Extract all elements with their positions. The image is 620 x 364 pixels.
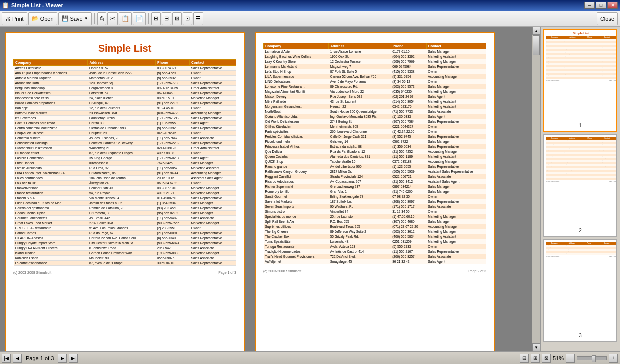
table-row: VaffeljernetSmagsløget 4586 21 32 43Sale… — [264, 259, 486, 264]
page-1-table: Company Address Phone Contact Alfreds Fu… — [14, 59, 236, 266]
sep2 — [148, 13, 149, 24]
table-row: Trail's Head Gourmet Provisioners722 DaV… — [264, 254, 486, 259]
table-row: Godos Cocina TípicaC/ Romero, 33(95) 555… — [14, 211, 236, 216]
close-button[interactable]: ✕ — [608, 2, 618, 9]
table-row: The Big Cheese89 Jefferson Way Suite 2(5… — [264, 229, 486, 234]
table-row: Centro comercial MoctezumaSierras de Gra… — [14, 126, 236, 131]
scroll-thumb[interactable] — [533, 35, 540, 55]
toolbar-btn-11[interactable]: ☰ — [194, 12, 204, 25]
toolbar-btn-6[interactable]: 📄 — [133, 12, 146, 25]
toolbar-btn-7[interactable]: ⊞ — [152, 12, 161, 25]
table-row: Princessa Isabel VinhosEstrada da adição… — [264, 144, 486, 149]
close-report-label: Close — [600, 16, 614, 22]
toolbar-btn-4[interactable]: ✂ — [108, 12, 118, 25]
vertical-scrollbar[interactable]: ▲ ▼ — [532, 27, 540, 351]
page-1: Simple List Company Address Phone Contac… — [5, 32, 245, 351]
minimize-button[interactable]: ─ — [584, 2, 595, 9]
layout-btn-2[interactable]: ⊞ — [531, 354, 540, 363]
table-row: Piccolo und mehrGeislweg 146562-9722Sale… — [264, 139, 486, 144]
table-row: Richter SupermarktGrenzachenweg 2370897-… — [264, 184, 486, 189]
table-row: GROSELLA-Restaurante5ª Ave. Los Palos Gr… — [14, 226, 236, 231]
table-row: LILA-SupermercadoCarrera 52 con Ave. Bol… — [264, 74, 486, 79]
table-row: Bottom-Dollar Markets23 Tsawassen Blvd.(… — [14, 111, 236, 116]
scroll-down-btn[interactable]: ▼ — [532, 343, 540, 351]
table-row: QUICK-StopTaucherstraße 100372-035188Acc… — [264, 159, 486, 164]
last-page-btn[interactable]: ▶| — [69, 354, 78, 363]
table-row: Hungry Owl All-Night Grocers8 Johnstown … — [14, 246, 236, 251]
maximize-button[interactable]: □ — [596, 2, 606, 9]
table-row: Hanari CarnesRua do Paço, 67(21) 555-009… — [14, 231, 236, 236]
table-row: Great Lakes Food Market2732 Baker Blvd.(… — [14, 221, 236, 226]
table-row: Ricardo AdocicadosAv. Copacabana, 267(21… — [264, 179, 486, 184]
save-dropdown-icon: ▼ — [84, 16, 88, 21]
zoom-slider-thumb[interactable] — [592, 355, 596, 362]
next-page-btn[interactable]: ▶ — [58, 354, 67, 363]
table-row: Seven Seas Imports90 Wadhurst Rd.(171) 5… — [264, 204, 486, 209]
thumbnail-1[interactable]: Simple List CompanyAddressPhoneContact A… — [544, 29, 618, 132]
table-row: Ana Trujillo Emparedados y heladosAvda. … — [14, 71, 236, 76]
table-row: Toms SpezialitätenLuisenstr. 480251-0312… — [264, 239, 486, 244]
open-icon: 📂 — [32, 15, 39, 22]
table-row: Tortuga RestauranteAvda. Azteca 123(5) 5… — [264, 244, 486, 249]
layout-btn-3[interactable]: ⊠ — [542, 354, 551, 363]
page-2-table: Company Address Phone Contact La maison … — [264, 43, 486, 264]
table-row: Magazzini Alimentari RiunitiVia Ludovico… — [264, 89, 486, 94]
table-row: Antonio Moreno TaqueríaMataderos 2312(5)… — [14, 76, 236, 81]
table-row: Familia ArquibaldoRua Orós, 92(11) 555-9… — [14, 166, 236, 171]
prev-page-btn[interactable]: ◀ — [13, 354, 22, 363]
table-row: Ernst HandelKirchgasse 67675-3425Sales M… — [14, 161, 236, 166]
toolbar-btn-8[interactable]: ⊟ — [162, 12, 172, 25]
toolbar-btn-3[interactable]: ⎙ — [98, 12, 106, 25]
toolbar-btn-10[interactable]: ⊡ — [183, 12, 192, 25]
layout-btn-1[interactable]: ⊟ — [520, 354, 529, 363]
content-area[interactable]: Simple List Company Address Phone Contac… — [0, 27, 532, 351]
open-button[interactable]: 📂 Open — [28, 12, 58, 25]
thumbnail-3-label: 3 — [546, 332, 615, 339]
toolbar-btn-9[interactable]: ⊠ — [172, 12, 182, 25]
p2-col-address: Address — [329, 43, 392, 49]
table-row: Split Rail Beer & AleP.O. Box 555(307) 5… — [264, 219, 486, 224]
table-row: Chop-suey ChineseHauptstr. 290452-076545… — [14, 131, 236, 136]
table-row: Folies gourmandes184, chaussée de Tourna… — [14, 176, 236, 181]
table-row: Queen CozinhaAlameda dos Canàrios, 891(1… — [264, 154, 486, 159]
table-row: Spécialités du monde25, rue Lauriston(1)… — [264, 214, 486, 219]
close-report-button[interactable]: Close — [597, 12, 618, 25]
zoom-slider[interactable] — [577, 356, 607, 360]
thumbnail-1-preview: Simple List CompanyAddressPhoneContact A… — [546, 32, 616, 122]
print-button[interactable]: 🖨 Print — [2, 12, 28, 25]
table-row: FrankenversandBerliner Platz 43089-08773… — [14, 186, 236, 191]
save-icon: 💾 — [62, 15, 69, 22]
table-row: Océano Atlántico Ltda.Ing. Gustavo Monca… — [264, 114, 486, 119]
table-row: North/SouthSouth House 300 Queensbridge(… — [264, 109, 486, 114]
scroll-up-btn[interactable]: ▲ — [532, 27, 540, 35]
table-row: Lonesome Pine Restaurant89 Chiaroscuro R… — [264, 84, 486, 89]
table-row: La corne d'abondance67, avenue de l'Euro… — [14, 261, 236, 266]
table-row: Romero y tomilloGran Vía, 1(91) 745 6200… — [264, 189, 486, 194]
table-row: HILARION-AbastosCarrera 22 con Ave. Carl… — [14, 236, 236, 241]
table-row: Santé GourmetErling Skakkes gate 7807-98… — [264, 194, 486, 199]
table-row: Cactus Comidas para llevarCerrito 333(1)… — [14, 121, 236, 126]
save-button[interactable]: 💾 Save ▼ — [58, 12, 92, 25]
toolbar-btn-5[interactable]: 📋 — [119, 12, 132, 25]
first-page-btn[interactable]: |◀ — [2, 354, 11, 363]
scroll-track[interactable] — [532, 35, 540, 343]
table-row: Eastern Connection35 King George(171) 55… — [14, 156, 236, 161]
table-row: Rattlesnake Canyon Grocery2817 Milton Dr… — [264, 169, 486, 174]
thumbnail-2[interactable]: CompanyAddressPhoneContact La maison d'1… — [544, 134, 618, 237]
table-row: Königlich EssenMaubelstr. 900555-09876Sa… — [14, 256, 236, 261]
page-2-footer: (c) 2003-2008 Stimulsoft Page 2 of 3 — [264, 269, 486, 273]
zoom-in-btn[interactable]: + — [609, 354, 618, 363]
table-row: Gourmet LanchonetesAv. Brasil, 442(11) 5… — [14, 216, 236, 221]
table-row: Maison DeweyRue Joseph-Bens 532(02) 201 … — [264, 94, 486, 99]
p2-col-contact: Contact — [426, 43, 486, 49]
col-address: Address — [88, 60, 156, 66]
table-row: Simons bistroVinbæltet 3431 12 34 56Owne… — [264, 209, 486, 214]
table-row: Comércio MineiroAv. dos Lusíadas, 23(11)… — [14, 136, 236, 141]
table-row: Mère Paillarde43 rue St. Laurent(514) 55… — [264, 99, 486, 104]
zoom-out-btn[interactable]: − — [566, 354, 575, 363]
table-row: Que DelíciaRua da Panificadora, 12(21) 5… — [264, 149, 486, 154]
page-1-title: Simple List — [14, 43, 236, 54]
thumbnail-3[interactable]: CompanyAddressPhoneContact Wartian HerkT… — [544, 239, 618, 342]
table-row: Morgenstern GesundkostHeerstr. 220342-02… — [264, 104, 486, 109]
table-row: Island TradingGarden House Crowther Way(… — [14, 251, 236, 256]
